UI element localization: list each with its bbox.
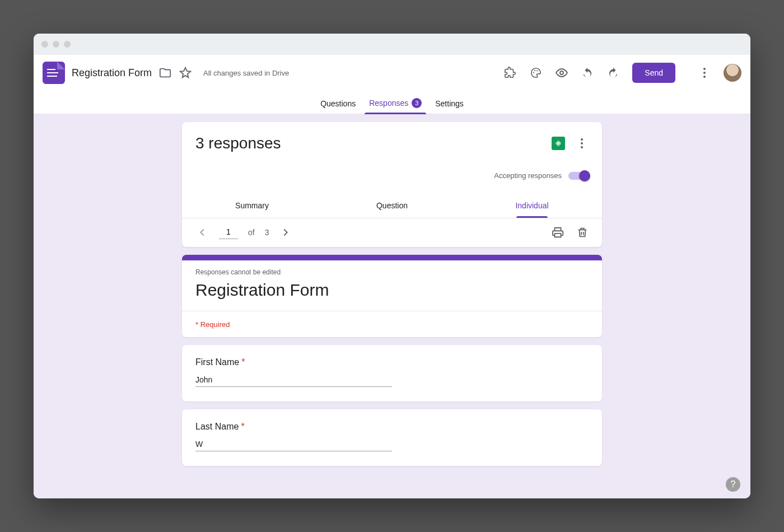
page-input[interactable] xyxy=(219,225,238,239)
tab-questions[interactable]: Questions xyxy=(314,99,362,114)
header-actions: Send xyxy=(503,63,741,83)
star-icon[interactable] xyxy=(179,66,192,80)
page-of-label: of xyxy=(248,228,255,237)
required-label: * Required xyxy=(195,320,230,329)
accepting-row: Accepting responses xyxy=(195,171,589,180)
redo-icon[interactable] xyxy=(606,66,620,80)
forms-logo-icon[interactable] xyxy=(43,62,65,84)
trash-icon[interactable] xyxy=(576,226,589,239)
required-asterisk: * xyxy=(241,422,244,431)
send-button[interactable]: Send xyxy=(632,63,675,83)
accepting-label: Accepting responses xyxy=(494,171,562,180)
mac-titlebar xyxy=(34,34,750,55)
sheets-icon[interactable] xyxy=(552,137,565,150)
page-total: 3 xyxy=(265,228,269,237)
palette-icon[interactable] xyxy=(529,66,543,80)
app-header: Registration Form All changes saved in D… xyxy=(34,55,750,91)
main-tabs: Questions Responses 3 Settings xyxy=(34,91,750,114)
responses-subtabs: Summary Question Individual xyxy=(182,193,602,218)
form-header-card: Responses cannot be edited Registration … xyxy=(182,255,602,337)
svg-point-2 xyxy=(536,70,538,71)
responses-badge: 3 xyxy=(412,98,422,108)
chevron-left-icon[interactable] xyxy=(195,226,209,239)
question-card-first-name: First Name* John xyxy=(182,345,602,402)
workspace: 3 responses Accepting responses Summary … xyxy=(34,114,750,498)
svg-point-0 xyxy=(533,72,534,73)
undo-icon[interactable] xyxy=(581,66,594,80)
question-card-last-name: Last Name* W xyxy=(182,409,602,466)
print-icon[interactable] xyxy=(552,226,564,239)
edit-note: Responses cannot be edited xyxy=(195,268,589,276)
tab-responses-label: Responses xyxy=(369,99,408,108)
required-asterisk: * xyxy=(241,357,245,367)
folder-icon[interactable] xyxy=(158,66,172,80)
question-label: First Name* xyxy=(195,357,589,367)
question-label: Last Name* xyxy=(195,422,589,432)
eye-icon[interactable] xyxy=(555,66,568,80)
more-icon[interactable] xyxy=(698,68,711,78)
svg-point-1 xyxy=(534,70,535,71)
answer-value: John xyxy=(195,375,392,387)
form-heading: Registration Form xyxy=(195,281,589,300)
svg-point-3 xyxy=(560,71,563,74)
subtab-question[interactable]: Question xyxy=(322,193,462,218)
traffic-light-close[interactable] xyxy=(41,41,48,48)
form-title[interactable]: Registration Form xyxy=(72,67,152,79)
app-window: Registration Form All changes saved in D… xyxy=(34,34,750,498)
traffic-light-min[interactable] xyxy=(53,41,59,48)
answer-value: W xyxy=(195,440,392,451)
tab-responses[interactable]: Responses 3 xyxy=(362,98,428,114)
traffic-light-max[interactable] xyxy=(64,41,71,48)
subtab-summary[interactable]: Summary xyxy=(182,193,322,218)
puzzle-icon[interactable] xyxy=(503,66,517,80)
responses-card: 3 responses Accepting responses Summary … xyxy=(182,122,602,247)
tab-settings[interactable]: Settings xyxy=(428,99,470,114)
pager-row: of 3 xyxy=(182,218,602,247)
save-status: All changes saved in Drive xyxy=(203,69,289,77)
subtab-individual[interactable]: Individual xyxy=(462,193,602,218)
responses-count-title: 3 responses xyxy=(195,134,552,152)
toggle-knob xyxy=(579,170,590,181)
avatar[interactable] xyxy=(724,64,741,82)
chevron-right-icon[interactable] xyxy=(279,226,292,239)
help-icon[interactable]: ? xyxy=(726,477,740,492)
responses-more-icon[interactable] xyxy=(575,138,589,148)
accepting-toggle[interactable] xyxy=(568,172,589,180)
